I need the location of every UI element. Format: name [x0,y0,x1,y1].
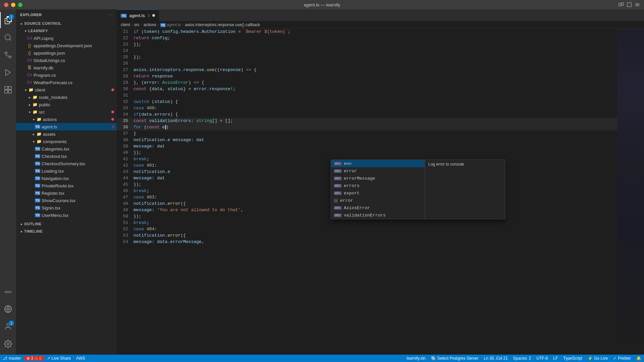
breadcrumb-client[interactable]: client [121,22,130,27]
source-control-header[interactable]: SOURCE CONTROL [16,20,117,27]
client-error-dot [111,88,114,91]
file-name: Program.cs [34,73,56,78]
folder-assets[interactable]: 📁 assets [16,130,117,138]
line-content: if(data.errors) { [133,111,610,118]
activity-source-control[interactable] [0,47,16,63]
status-solution[interactable]: learnify.sln [404,356,428,361]
tab-agent-ts[interactable]: TS agent.ts 3 [117,9,159,21]
folder-components[interactable]: 📁 components [16,138,117,145]
code-line-51: 51 break; [117,220,617,226]
file-privateroute[interactable]: TS PrivateRoute.tsx [16,182,117,189]
file-showcourses[interactable]: TS ShowCourses.tsx [16,197,117,204]
outline-label: OUTLINE [24,222,42,226]
activity-accounts[interactable]: 1 [0,318,16,335]
file-globalusings[interactable]: C# GlobalUsings.cs [16,57,117,64]
ac-label: export [344,191,360,196]
timeline-section[interactable]: TIMELINE [16,228,117,235]
folder-public[interactable]: 📁 public [16,101,117,108]
autocomplete-item-export[interactable]: abc export [331,189,425,197]
file-navigation[interactable]: TS Navigation.tsx [16,175,117,182]
file-usermenu[interactable]: TS UserMenu.tsx [16,212,117,219]
minimize-button[interactable] [11,3,15,7]
status-go-live[interactable]: ⚡ Go Live [585,356,610,361]
tsx-icon: TS [35,154,40,159]
status-line-ending[interactable]: LF [550,356,560,361]
status-live-share[interactable]: ↗ Live Share [44,356,73,361]
activity-explorer[interactable]: 1 [0,12,16,28]
minimap-canvas [617,28,644,355]
file-name: Navigation.tsx [42,176,69,181]
status-spaces[interactable]: Spaces: 2 [511,356,534,361]
folder-icon: 📁 [32,95,38,100]
file-program[interactable]: C# Program.cs [16,71,117,79]
status-postgres[interactable]: 🐘 Select Postgres Server [428,356,481,361]
breadcrumb-src[interactable]: src [134,22,140,27]
status-aws[interactable]: AWS [73,356,88,361]
outline-section[interactable]: OUTLINE [16,220,117,228]
activity-remote[interactable] [0,301,16,317]
svg-point-9 [5,52,7,54]
autocomplete-item-validationerrors[interactable]: abc validationErrors [331,212,425,219]
live-share-label: Live Share [52,356,71,361]
sidebar-more-icon[interactable]: ··· [109,12,113,17]
status-encoding[interactable]: UTF-8 [534,356,550,361]
breadcrumb-file[interactable]: TSagent.ts [160,22,181,27]
activity-extensions[interactable] [0,82,16,98]
learnify-folder[interactable]: LEARNIFY [16,27,117,35]
file-checkout[interactable]: TS Checkout.tsx [16,153,117,160]
close-button[interactable] [4,3,8,7]
file-loading[interactable]: TS Loading.tsx [16,167,117,175]
editor-scroll[interactable]: 21 if (token) config.headers.Authorizati… [117,28,617,355]
autocomplete-item-error-cb[interactable]: ☐ error [331,197,425,204]
editor[interactable]: 21 if (token) config.headers.Authorizati… [117,28,644,355]
autocomplete-item-env[interactable]: abc env [331,160,425,167]
folder-name: public [39,102,50,107]
breadcrumb-sep2: › [141,22,142,27]
maximize-button[interactable] [18,3,22,7]
folder-src[interactable]: 📁 src [16,108,117,116]
file-name: GlobalUsings.cs [34,58,65,63]
file-signin[interactable]: TS Signin.tsx [16,204,117,212]
file-register[interactable]: TS Register.tsx [16,189,117,197]
components-arrow [31,139,36,144]
line-num: 29 [117,79,133,86]
line-num: 23 [117,41,133,48]
json-icon: {} [27,43,32,48]
activity-settings[interactable] [0,336,16,352]
folder-client[interactable]: 📁 client [16,86,117,94]
tsx-icon: TS [35,161,40,166]
activity-search[interactable] [0,29,16,46]
status-branch[interactable]: ⎇ master [0,356,24,361]
breadcrumb-symbol[interactable]: axios.interceptors.response.use() callba… [185,22,260,27]
db-icon: 🗄 [27,65,32,70]
breadcrumb-actions[interactable]: actions [144,22,156,27]
status-language[interactable]: TypeScript [560,356,585,361]
file-api-csproj[interactable]: C# API.csproj [16,35,117,42]
file-weatherforecast[interactable]: C# WeatherForecast.cs [16,79,117,86]
file-agent-ts[interactable]: TS agent.ts 3 [16,123,117,130]
line-content: return response [133,73,610,79]
folder-actions[interactable]: 📁 actions [16,116,117,123]
file-appsettings-dev[interactable]: {} appsettings.Development.json [16,42,117,49]
file-learnifydb[interactable]: 🗄 learnify.db [16,64,117,71]
file-appsettings[interactable]: {} appsettings.json [16,49,117,57]
agent-error-count: 3 [112,125,114,129]
activity-debug[interactable] [0,64,16,80]
autocomplete-item-errors[interactable]: abc errors [331,182,425,189]
autocomplete-item-axioserror[interactable]: abc AxiosError [331,204,425,212]
activity-aws[interactable]: aws [0,284,16,300]
sidebar-header-actions: ··· [109,12,113,17]
line-num: 43 [117,169,133,175]
file-checkoutsummary[interactable]: TS CheckoutSummary.tsx [16,160,117,167]
status-notification-bell[interactable]: 🔔 [634,356,644,361]
line-num: 22 [117,35,133,41]
autocomplete-item-errormessage[interactable]: abc errorMessage [331,175,425,182]
file-categories[interactable]: TS Categories.tsx [16,145,117,153]
autocomplete-item-error[interactable]: abc error [331,167,425,175]
aws-label: AWS [76,356,85,361]
status-errors[interactable]: ⊗ 3 ⚠ 0 [24,356,44,361]
go-live-icon: ⚡ [588,356,593,361]
folder-node-modules[interactable]: 📁 node_modules [16,94,117,101]
status-position[interactable]: Ln 35, Col 21 [481,356,510,361]
status-prettier[interactable]: ✓ Prettier [610,356,634,361]
